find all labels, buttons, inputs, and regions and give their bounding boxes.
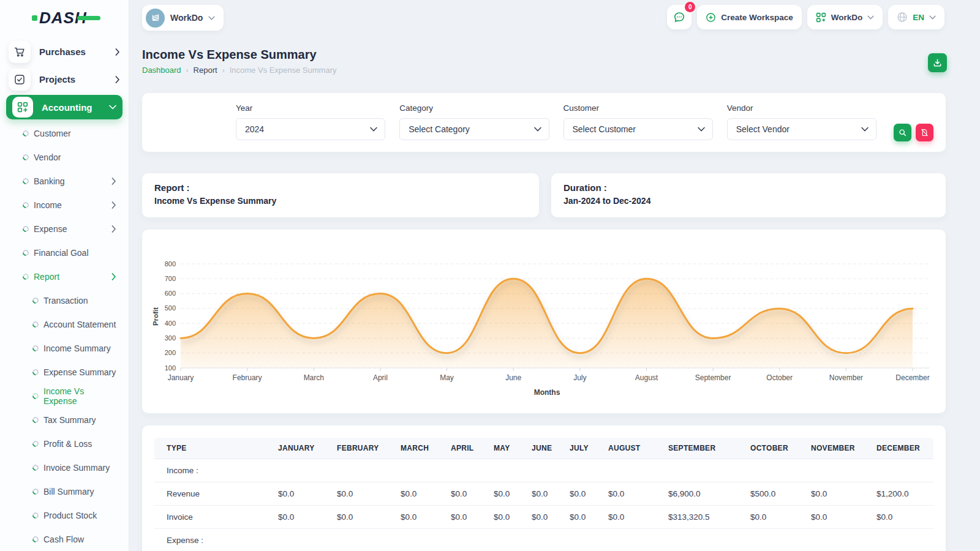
app-logo[interactable]: DASH [0,0,129,36]
chevron-down-icon [109,105,116,110]
sidebar-item-income-vs-expense[interactable]: Income Vs Expense [0,384,129,408]
workspace-menu-label: WorkDo [831,13,863,22]
sidebar-item-financial-goal[interactable]: Financial Goal [0,241,129,264]
messages-button[interactable]: 0 [667,5,692,29]
sidebar-item-label: Financial Goal [34,248,116,258]
reset-filter-button[interactable] [916,124,933,141]
row-type-cell: Revenue [154,482,266,506]
apply-filter-button[interactable] [894,124,911,141]
duration-value: Jan-2024 to Dec-2024 [564,196,933,206]
sidebar-item-transaction[interactable]: Transaction [0,288,129,312]
svg-text:January: January [168,373,194,382]
sidebar-item-product-stock[interactable]: Product Stock [0,503,129,527]
row-value-cell: $0.0 [596,482,656,506]
bullet-icon [21,272,30,280]
sidebar-item-label: Vendor [34,152,116,162]
sidebar-item-income[interactable]: Income [0,193,129,217]
breadcrumb-dashboard[interactable]: Dashboard [142,66,181,75]
vendor-select[interactable]: Select Vendor [727,118,876,140]
sidebar-item-label: Report [34,272,111,282]
sidebar-item-customer[interactable]: Customer [0,121,129,145]
sidebar-item-label: Transaction [43,296,116,305]
sidebar-item-invoice-summary[interactable]: Invoice Summary [0,455,129,479]
sidebar-item-expense-summary[interactable]: Expense Summary [0,360,129,384]
row-value-cell: $0.0 [481,482,519,506]
globe-icon [897,12,908,23]
report-summary-card: Report : Income Vs Expense Summary [142,173,539,217]
download-button[interactable] [928,53,947,72]
svg-text:August: August [635,373,658,382]
sidebar: DASH Purchases Projects Accounting Custo… [0,0,129,551]
table-header-cell: MAY [481,438,519,459]
year-select[interactable]: 2024 [236,118,385,140]
sidebar-item-label: Account Statement [43,320,116,329]
table-section-title: Income : [154,459,933,482]
chat-bubble-icon [673,11,685,23]
sidebar-item-expense[interactable]: Expense [0,217,129,241]
breadcrumb-current: Income Vs Expense Summary [230,66,337,75]
sidebar-item-banking[interactable]: Banking [0,169,129,193]
sidebar-item-label: Expense [34,224,111,234]
bullet-icon [21,152,30,161]
page-title: Income Vs Expense Summary [142,48,317,62]
svg-text:February: February [233,373,262,382]
row-value-cell: $500.0 [738,482,799,506]
chevron-down-icon [534,127,541,132]
sidebar-item-accounting[interactable]: Accounting [6,95,123,119]
row-value-cell: $0.0 [325,482,388,506]
download-icon [933,58,942,67]
sidebar-item-tax-summary[interactable]: Tax Summary [0,408,129,432]
svg-text:October: October [766,373,793,382]
bullet-icon [31,511,40,519]
customer-label: Customer [564,103,713,113]
chevron-right-icon [115,48,120,56]
table-header-cell: TYPE [154,438,266,459]
breadcrumb-report[interactable]: Report [194,66,217,75]
category-select[interactable]: Select Category [399,118,549,140]
duration-label: Duration : [564,182,933,193]
profit-area-chart: 800700600500400300200100JanuaryFebruaryM… [142,230,946,413]
sidebar-item-profit-loss[interactable]: Profit & Loss [0,432,129,455]
cart-icon [9,41,31,63]
sidebar-item-bill-summary[interactable]: Bill Summary [0,479,129,503]
bullet-icon [21,224,30,233]
workspace-switcher[interactable]: WorkDo [142,5,224,31]
year-select-value: 2024 [245,124,264,134]
sidebar-item-vendor[interactable]: Vendor [0,145,129,169]
sidebar-item-cash-flow[interactable]: Cash Flow [0,527,129,551]
sidebar-item-projects[interactable]: Projects [0,66,129,93]
year-label: Year [236,103,385,113]
income-expense-table: TYPEJANUARYFEBRUARYMARCHAPRILMAYJUNEJULY… [154,438,933,551]
row-value-cell: $0.0 [799,482,864,506]
bullet-icon [31,415,40,424]
create-workspace-button[interactable]: Create Workspace [697,5,802,29]
table-header-cell: SEPTEMBER [656,438,738,459]
language-selector[interactable]: EN [888,5,944,29]
row-value-cell: $0.0 [481,506,519,529]
svg-text:December: December [895,373,929,382]
row-value-cell: $0.0 [439,506,481,529]
table-row: Revenue$0.0$0.0$0.0$0.0$0.0$0.0$0.0$0.0$… [154,482,933,506]
row-value-cell: $0.0 [799,506,864,529]
sidebar-item-income-summary[interactable]: Income Summary [0,336,129,360]
logo-dot-icon [32,15,37,21]
clear-file-icon [921,129,929,137]
svg-text:November: November [829,373,863,382]
table-row: Invoice$0.0$0.0$0.0$0.0$0.0$0.0$0.0$0.0$… [154,506,933,529]
workspace-menu-button[interactable]: WorkDo [807,5,883,29]
bullet-icon [31,463,40,471]
row-value-cell: $0.0 [738,506,799,529]
chevron-right-icon [111,225,116,233]
sidebar-item-account-statement[interactable]: Account Statement [0,312,129,336]
sidebar-item-report[interactable]: Report [0,264,129,288]
customer-select-value: Select Customer [573,124,636,134]
vendor-field: Vendor Select Vendor [727,103,876,152]
customer-select[interactable]: Select Customer [564,118,713,140]
row-value-cell: $6,900.0 [656,482,738,506]
svg-text:Months: Months [534,388,560,397]
breadcrumb-separator: › [222,66,225,75]
sidebar-item-label: Income [34,200,111,210]
bullet-icon [31,487,40,495]
sidebar-item-purchases[interactable]: Purchases [0,38,129,66]
svg-text:400: 400 [165,320,176,327]
